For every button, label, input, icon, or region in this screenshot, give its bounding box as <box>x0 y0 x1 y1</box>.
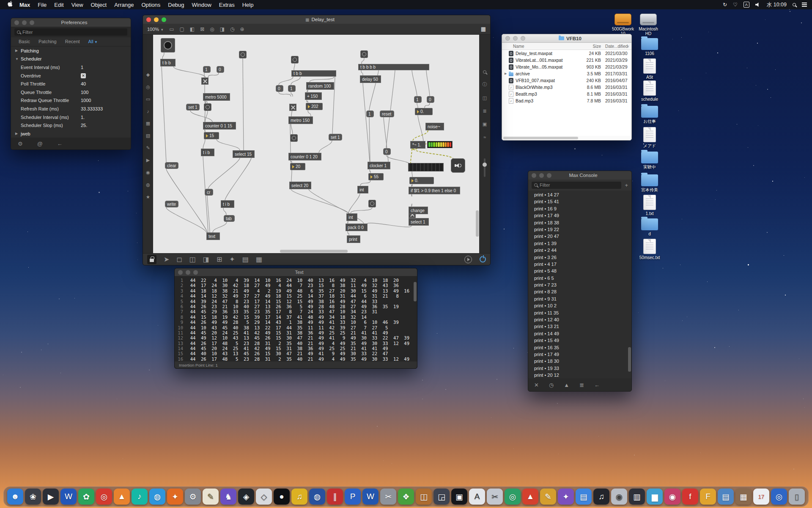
console-line[interactable]: print • 20 12 <box>528 372 631 378</box>
dock-app-trash[interactable]: ▯ <box>789 489 805 505</box>
tab-all[interactable]: All ▼ <box>85 39 101 44</box>
console-line[interactable]: print • 20 47 <box>528 233 631 240</box>
patch-0[interactable]: 0 <box>217 66 224 73</box>
dock-app-finder[interactable]: ☻ <box>7 489 23 505</box>
patch-counter-0-1-20[interactable]: counter 0 1 20 <box>288 153 321 160</box>
dock-app-mixer[interactable]: ▥ <box>629 489 645 505</box>
patch-random-100[interactable]: random 100 <box>306 82 334 90</box>
patch-metro-5000[interactable]: metro 5000 <box>203 93 230 101</box>
patch-canvas[interactable]: t b b10metro 5000set 1counter 0 1 1515t … <box>153 35 479 253</box>
patch-noise[interactable]: noise~ <box>425 123 444 130</box>
menu-edit[interactable]: Edit <box>50 2 67 8</box>
text-titlebar[interactable]: Text <box>175 268 417 276</box>
navigate-back-icon[interactable]: ← <box>594 382 600 388</box>
patch-clocker-1[interactable]: clocker 1 <box>368 162 390 169</box>
dock-app-folder-app[interactable]: ▤ <box>576 489 592 505</box>
patch-t-i-b[interactable]: t i b <box>221 200 234 208</box>
patch-metro-150[interactable]: metro 150 <box>288 116 313 124</box>
grid-toggle-icon[interactable]: ⊞ <box>217 255 222 263</box>
disclosure-triangle-icon[interactable]: ▶ <box>505 72 509 75</box>
zoom-button[interactable] <box>193 270 198 275</box>
column-header-name[interactable]: Name <box>505 44 579 49</box>
clear-console-icon[interactable]: ✕ <box>534 382 539 388</box>
finder-row-blackorwhite-mp3[interactable]: BlackOrWhite.mp38.6 MB2016/03/31 <box>502 84 631 91</box>
finder-titlebar[interactable]: VFB10 <box>502 34 631 43</box>
select-arrow-icon[interactable]: ➤ <box>164 255 169 263</box>
desktop-icon-schedule[interactable]: schedule <box>636 80 663 102</box>
patch-select-20[interactable]: select 20 <box>289 182 311 189</box>
dock-app-p-app[interactable]: P <box>345 489 361 505</box>
patch-202[interactable]: 202 <box>306 103 323 110</box>
pref-section-jweb[interactable]: ▶jweb <box>11 130 131 138</box>
canvas-vscrollbar[interactable] <box>476 35 479 253</box>
zoom-level-control[interactable]: 100% ▼ <box>147 27 164 32</box>
scroll-thumb[interactable] <box>628 347 631 372</box>
console-line[interactable]: print • 10 2 <box>528 302 631 309</box>
object-browser-icon[interactable]: ◆ <box>146 72 150 77</box>
console-line[interactable]: print • 2 44 <box>528 247 631 254</box>
finder-hscrollbar[interactable] <box>502 136 631 140</box>
desktop-icon-macintosh-hd[interactable]: Macintosh HD <box>635 12 661 36</box>
dock-app-settings[interactable]: ⚙ <box>185 489 201 505</box>
console-line[interactable]: print • 1 39 <box>528 240 631 247</box>
media-icon[interactable]: ▧ <box>146 133 150 138</box>
object-palette-icon[interactable]: ▦ <box>481 26 486 32</box>
add-object-icon[interactable]: ⊕ <box>240 26 244 32</box>
audio-toggle-icon[interactable]: ◨ <box>203 255 209 263</box>
history-icon[interactable]: ◷ <box>549 382 554 388</box>
input-source-icon[interactable]: A <box>743 2 749 8</box>
patch-20[interactable]: 20 <box>290 163 305 170</box>
desktop-icon-500gbwork-10[interactable]: 500GBwork 10 <box>610 12 636 36</box>
zoom-button[interactable] <box>547 173 551 178</box>
console-line[interactable]: print • 13 21 <box>528 323 631 330</box>
patch-55[interactable]: 55 <box>368 173 384 180</box>
finder-row-delay-test-maxpat[interactable]: Delay_test.maxpat24 KB2021/03/30 <box>502 50 631 57</box>
patch-int[interactable]: int <box>346 213 357 221</box>
patch-tgl[interactable] <box>289 104 296 111</box>
dock-app-crate[interactable]: ◫ <box>416 489 432 505</box>
menu-max[interactable]: Max <box>16 2 34 8</box>
column-header-size[interactable]: Size <box>579 44 601 49</box>
pref-section-scheduler[interactable]: ▼Scheduler <box>11 55 131 64</box>
pref-section-patching[interactable]: ▶Patching <box>11 47 131 55</box>
patch-print[interactable]: print <box>347 235 360 243</box>
overdrive-checkbox[interactable]: ✕ <box>81 73 86 78</box>
minimize-button[interactable] <box>513 36 518 41</box>
dock-app-disc-black[interactable]: ● <box>274 489 290 505</box>
tab-patching[interactable]: Patching <box>35 39 60 44</box>
new-toggle-icon[interactable]: ⊠ <box>200 26 204 32</box>
console-line[interactable]: print • 15 49 <box>528 337 631 344</box>
notification-center-icon[interactable] <box>802 3 807 7</box>
patch-if-f1-0-9-then-1-else-0[interactable]: if $f1 > 0.9 then 1 else 0 <box>409 187 460 194</box>
text-vscrollbar[interactable] <box>414 276 417 362</box>
scroll-thumb[interactable] <box>503 137 578 139</box>
patch-write[interactable]: write <box>165 201 178 207</box>
dock-app-sketch[interactable]: ◇ <box>256 489 272 505</box>
pref-value[interactable]: 40 <box>81 81 86 86</box>
new-dial-icon[interactable]: ◷ <box>230 26 234 32</box>
inspector-icon[interactable]: ⓘ <box>483 81 487 88</box>
finder-row-beatit-mp3[interactable]: BeatIt.mp38.1 MB2016/03/31 <box>502 91 631 97</box>
lock-well[interactable] <box>147 255 156 264</box>
dock-app-tuner[interactable]: ♫ <box>291 489 307 505</box>
pref-value[interactable]: 1 <box>81 65 83 70</box>
desktop-icon-1106[interactable]: 1106 <box>636 36 663 56</box>
close-button[interactable] <box>14 20 19 25</box>
console-line[interactable]: print • 4 17 <box>528 261 631 268</box>
canvas-hscrollbar[interactable] <box>153 250 479 253</box>
console-line[interactable]: print • 7 23 <box>528 282 631 288</box>
dock-app-puzzle[interactable]: ❖ <box>398 489 414 505</box>
finder-row-archive[interactable]: ▶archive3.5 MB2017/03/31 <box>502 70 631 77</box>
patch-select-1[interactable]: select 1 <box>409 218 429 226</box>
console-line[interactable]: print • 9 31 <box>528 295 631 302</box>
new-comment-icon[interactable]: ◧ <box>190 26 195 32</box>
console-line[interactable]: print • 16 9 <box>528 205 631 212</box>
console-line[interactable]: print • 12 40 <box>528 316 631 323</box>
matrix-icon[interactable]: ▦ <box>146 121 150 126</box>
scroll-thumb[interactable] <box>414 282 417 301</box>
patcher-titlebar[interactable]: ▦Delay_test <box>143 15 490 24</box>
console-line[interactable]: print • 11 35 <box>528 309 631 316</box>
midi-icon[interactable]: ♪ <box>147 109 149 114</box>
patch-btn[interactable] <box>204 103 211 111</box>
text-editor-area[interactable]: 1 44 22 4 10 4 39 14 10 16 24 10 40 13 1… <box>175 276 417 362</box>
